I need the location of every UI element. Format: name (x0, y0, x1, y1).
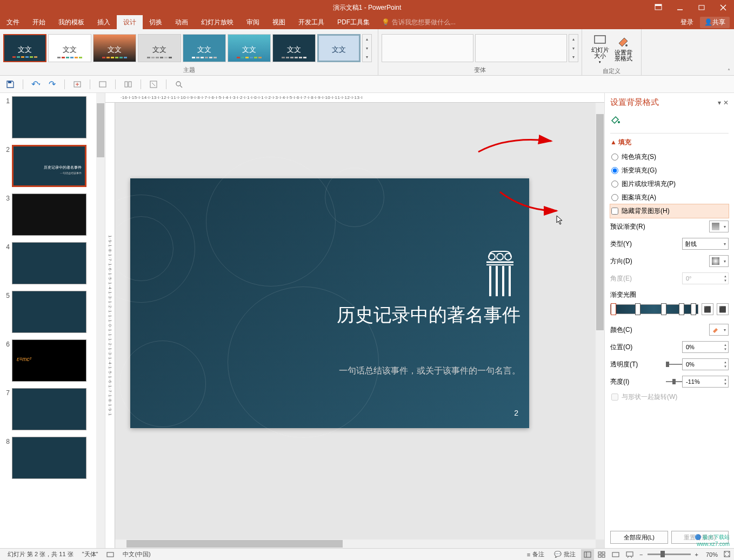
slides-scrollbar[interactable] (96, 93, 105, 548)
slide-thumb-6[interactable]: 6ε=mc² (0, 336, 105, 385)
theme-option-4[interactable]: 文文 (138, 34, 181, 62)
tab-pdf[interactable]: PDF工具集 (331, 15, 376, 29)
gradient-bar[interactable] (610, 304, 698, 314)
tab-home[interactable]: 开始 (26, 15, 52, 29)
hide-bg-checkbox[interactable]: 隐藏背景图形(H) (610, 204, 729, 218)
editor-scrollbar-v[interactable] (596, 103, 604, 539)
pane-options-icon[interactable]: ▾ (718, 99, 721, 106)
minimize-icon[interactable] (669, 0, 691, 15)
color-picker[interactable]: ▾ (709, 324, 729, 336)
fill-section-header[interactable]: ▲ 填充 (610, 138, 729, 147)
save-button[interactable] (4, 78, 16, 90)
comments-button[interactable]: 💬 批注 (550, 550, 580, 558)
sorter-view-icon[interactable] (595, 549, 608, 560)
slide-size-button[interactable]: 幻灯片大小 ▾ (589, 31, 611, 66)
gradient-stop-2[interactable] (635, 303, 640, 315)
zoom-in-button[interactable]: + (693, 551, 700, 558)
tab-transition[interactable]: 切换 (143, 15, 169, 29)
login-link[interactable]: 登录 (680, 18, 693, 27)
gradient-stop-1[interactable] (611, 303, 616, 315)
share-button[interactable]: 👤共享 (700, 17, 730, 28)
vertical-ruler[interactable]: 1·9·1·8·1·7·1·6·1·5·1·4·1·3·1·2·1·1·1·0·… (105, 103, 115, 548)
slide-thumb-4[interactable]: 4 (0, 239, 105, 288)
slide-thumb-7[interactable]: 7 (0, 385, 105, 434)
fill-pattern-radio[interactable]: 图案填充(A) (610, 191, 729, 204)
transparency-slider[interactable] (666, 364, 682, 365)
qat-button-3[interactable] (148, 78, 159, 90)
slide-canvas-area[interactable]: 历史记录中的著名事件 一句话总结该事件，或关于该事件的一句名言。 2 (115, 103, 604, 548)
slideshow-view-icon[interactable] (623, 549, 636, 560)
position-spinner[interactable]: ▲▼ (682, 341, 729, 353)
qat-button-2[interactable] (122, 78, 134, 90)
theme-option-5[interactable]: 文文 (183, 34, 226, 62)
collapse-ribbon-icon[interactable]: ˄ (723, 29, 734, 75)
undo-button[interactable]: ↶ ▾ (30, 78, 42, 90)
variant-option-2[interactable] (475, 34, 567, 62)
transparency-spinner[interactable]: ▲▼ (682, 358, 729, 370)
horizontal-ruler[interactable]: ·16·I·15·I·14·I·13·I·12·I·11·I·10·I·9·I·… (105, 93, 604, 103)
ribbon-options-icon[interactable] (648, 0, 669, 15)
slide-thumb-1[interactable]: 1 (0, 93, 105, 142)
theme-option-7[interactable]: 文文 (272, 34, 316, 62)
fill-picture-radio[interactable]: 图片或纹理填充(P) (610, 177, 729, 191)
remove-stop-button[interactable]: ⬛ (717, 303, 729, 315)
normal-view-icon[interactable] (581, 549, 594, 560)
tab-view[interactable]: 视图 (266, 15, 292, 29)
pane-close-icon[interactable]: ✕ (723, 99, 729, 106)
variant-gallery-more[interactable]: ▴▾▾ (569, 34, 578, 62)
zoom-slider[interactable] (648, 554, 691, 555)
tell-me-search[interactable]: 💡 告诉我您想要做什么... (382, 15, 456, 29)
gradient-stop-4[interactable] (679, 303, 684, 315)
theme-option-6[interactable]: 文文 (228, 34, 271, 62)
theme-gallery-more[interactable]: ▴▾▾ (362, 34, 372, 62)
reading-view-icon[interactable] (609, 549, 622, 560)
gradient-stop-3[interactable] (661, 303, 666, 315)
slide-thumb-5[interactable]: 5 (0, 288, 105, 336)
notes-button[interactable]: ≡ 备注 (523, 550, 549, 558)
slide-thumb-3[interactable]: 3 (0, 190, 105, 239)
direction-combo[interactable]: ▾ (709, 255, 729, 267)
new-slide-button[interactable] (71, 78, 83, 90)
tab-file[interactable]: 文件 (0, 15, 26, 29)
theme-option-8[interactable]: 文文 (317, 34, 361, 62)
slide-counter[interactable]: 幻灯片 第 2 张，共 11 张 (3, 550, 78, 558)
apply-all-button[interactable]: 全部应用(L) (610, 531, 668, 544)
editor-scrollbar-h[interactable] (115, 539, 596, 548)
slide-subtitle[interactable]: 一句话总结该事件，或关于该事件的一句名言。 (339, 365, 521, 377)
tab-review[interactable]: 审阅 (240, 15, 266, 29)
theme-option-1[interactable]: 文文 (3, 34, 46, 62)
brightness-slider[interactable] (666, 381, 682, 382)
close-icon[interactable] (712, 0, 734, 15)
slide-canvas[interactable]: 历史记录中的著名事件 一句话总结该事件，或关于该事件的一句名言。 2 (130, 178, 529, 428)
fill-gradient-radio[interactable]: 渐变填充(G) (610, 164, 729, 177)
gradient-stop-5[interactable] (691, 303, 696, 315)
slide-title[interactable]: 历史记录中的著名事件 (337, 303, 521, 328)
tab-insert[interactable]: 插入 (91, 15, 117, 29)
qat-button-1[interactable] (97, 78, 109, 90)
qat-find-button[interactable] (173, 78, 185, 90)
preset-gradient-combo[interactable]: ▾ (709, 221, 729, 232)
fit-window-icon[interactable] (723, 550, 731, 559)
maximize-icon[interactable] (691, 0, 712, 15)
fill-tab-icon[interactable] (610, 114, 729, 126)
spellcheck-icon[interactable] (102, 551, 118, 558)
tab-design[interactable]: 设计 (117, 15, 143, 29)
tab-templates[interactable]: 我的模板 (52, 15, 91, 29)
fill-solid-radio[interactable]: 纯色填充(S) (610, 150, 729, 164)
slide-thumb-2[interactable]: 2 历史记录中的著名事件 一句话总结该事件 (0, 142, 105, 190)
brightness-spinner[interactable]: ▲▼ (682, 376, 729, 388)
theme-option-3[interactable]: 文文 (93, 34, 136, 62)
zoom-out-button[interactable]: − (637, 551, 645, 558)
theme-option-2[interactable]: 文文 (48, 34, 91, 62)
gradient-type-combo[interactable]: 射线▾ (682, 238, 729, 250)
add-stop-button[interactable]: ⬛ (702, 303, 713, 315)
tab-slideshow[interactable]: 幻灯片放映 (195, 15, 240, 29)
slide-thumb-8[interactable]: 8 (0, 434, 105, 482)
variant-option-1[interactable] (382, 34, 473, 62)
tab-animation[interactable]: 动画 (169, 15, 195, 29)
language-status[interactable]: 中文(中国) (118, 550, 155, 558)
bg-format-button[interactable]: 设置背景格式 (612, 31, 634, 66)
redo-button[interactable]: ↷ (46, 78, 58, 90)
zoom-level[interactable]: 70% (703, 551, 721, 558)
tab-developer[interactable]: 开发工具 (292, 15, 331, 29)
